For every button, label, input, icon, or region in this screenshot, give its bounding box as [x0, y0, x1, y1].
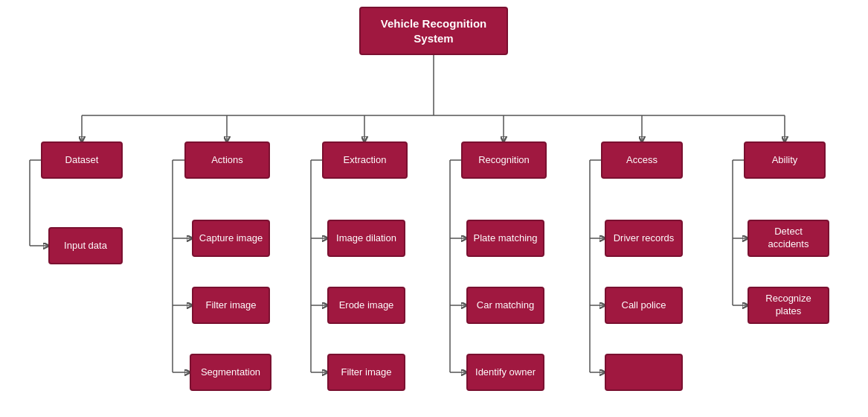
connector-lines	[0, 0, 868, 417]
call-police-node: Call police	[605, 287, 683, 324]
identify-owner-node: Identify owner	[466, 354, 544, 391]
diagram: Vehicle Recognition System Dataset Input…	[0, 0, 868, 417]
dataset-node: Dataset	[41, 141, 123, 179]
image-dilation-node: Image dilation	[327, 220, 405, 257]
plate-matching-node: Plate matching	[466, 220, 544, 257]
root-node: Vehicle Recognition System	[359, 7, 508, 55]
access-blank-node	[605, 354, 683, 391]
segmentation-node: Segmentation	[190, 354, 271, 391]
recognition-node: Recognition	[461, 141, 547, 179]
detect-accidents-node: Detect accidents	[748, 220, 829, 257]
access-node: Access	[601, 141, 683, 179]
car-matching-node: Car matching	[466, 287, 544, 324]
actions-node: Actions	[184, 141, 270, 179]
filter-image-actions-node: Filter image	[192, 287, 270, 324]
erode-image-node: Erode image	[327, 287, 405, 324]
recognize-plates-node: Recognize plates	[748, 287, 829, 324]
extraction-node: Extraction	[322, 141, 408, 179]
ability-node: Ability	[744, 141, 826, 179]
input-data-node: Input data	[48, 227, 123, 264]
capture-image-node: Capture image	[192, 220, 270, 257]
filter-image-extraction-node: Filter image	[327, 354, 405, 391]
driver-records-node: Driver records	[605, 220, 683, 257]
